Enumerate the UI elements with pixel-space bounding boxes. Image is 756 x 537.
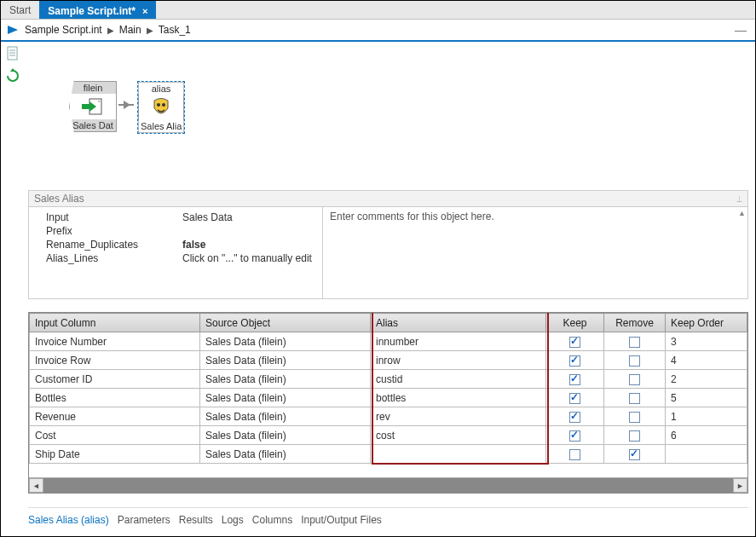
cell-input[interactable]: Cost bbox=[30, 426, 200, 445]
cell-remove[interactable] bbox=[604, 445, 666, 464]
prop-value[interactable]: false bbox=[182, 239, 314, 251]
col-header-alias[interactable]: Alias bbox=[371, 314, 546, 332]
refresh-icon[interactable] bbox=[4, 67, 21, 84]
close-icon[interactable]: × bbox=[142, 6, 147, 16]
cell-alias[interactable]: rev bbox=[371, 407, 546, 426]
cell-remove[interactable] bbox=[604, 426, 666, 445]
checkbox-keep[interactable] bbox=[569, 337, 580, 348]
table-header-row: Input Column Source Object Alias Keep Re… bbox=[30, 314, 747, 332]
cell-keep[interactable] bbox=[546, 332, 604, 351]
cell-source[interactable]: Sales Data (filein) bbox=[200, 407, 371, 426]
col-header-order[interactable]: Keep Order bbox=[666, 314, 747, 332]
col-header-input[interactable]: Input Column bbox=[30, 314, 200, 332]
prop-value[interactable] bbox=[182, 225, 314, 237]
cell-order[interactable]: 2 bbox=[666, 370, 747, 389]
table-row[interactable]: Invoice NumberSales Data (filein)innumbe… bbox=[30, 332, 747, 351]
prop-value[interactable]: Sales Data bbox=[182, 211, 314, 223]
cell-keep[interactable] bbox=[546, 370, 604, 389]
cell-order[interactable]: 1 bbox=[666, 407, 747, 426]
run-icon[interactable] bbox=[6, 23, 20, 37]
cell-source[interactable]: Sales Data (filein) bbox=[200, 332, 371, 351]
comments-box[interactable]: Enter comments for this object here. ▲ bbox=[323, 207, 747, 298]
bottom-tab-results[interactable]: Results bbox=[179, 514, 213, 526]
cell-remove[interactable] bbox=[604, 332, 666, 351]
bottom-tab-alias[interactable]: Sales Alias (alias) bbox=[28, 514, 109, 526]
cell-input[interactable]: Customer ID bbox=[30, 370, 200, 389]
cell-remove[interactable] bbox=[604, 351, 666, 370]
pin-icon[interactable]: ⟂ bbox=[736, 193, 742, 205]
horizontal-scrollbar[interactable]: ◄ ► bbox=[29, 477, 747, 493]
checkbox-keep[interactable] bbox=[569, 355, 580, 367]
cell-input[interactable]: Invoice Row bbox=[30, 351, 200, 370]
cell-order[interactable]: 3 bbox=[666, 332, 747, 351]
cell-source[interactable]: Sales Data (filein) bbox=[200, 426, 371, 445]
scroll-right-icon[interactable]: ► bbox=[733, 478, 747, 493]
cell-order[interactable]: 6 bbox=[666, 426, 747, 445]
cell-source[interactable]: Sales Data (filein) bbox=[200, 445, 371, 464]
cell-input[interactable]: Bottles bbox=[30, 389, 200, 407]
tab-start[interactable]: Start bbox=[1, 1, 39, 19]
cell-keep[interactable] bbox=[546, 351, 604, 370]
cell-keep[interactable] bbox=[546, 445, 604, 464]
cell-source[interactable]: Sales Data (filein) bbox=[200, 389, 371, 407]
cell-alias[interactable]: bottles bbox=[371, 389, 546, 407]
cell-remove[interactable] bbox=[604, 370, 666, 389]
cell-order[interactable]: 4 bbox=[666, 351, 747, 370]
table-row[interactable]: CostSales Data (filein)cost6 bbox=[30, 426, 747, 445]
bottom-tab-parameters[interactable]: Parameters bbox=[118, 514, 170, 526]
cell-alias[interactable]: cost bbox=[371, 426, 546, 445]
table-row[interactable]: BottlesSales Data (filein)bottles5 bbox=[30, 389, 747, 407]
col-header-keep[interactable]: Keep bbox=[546, 314, 604, 332]
bottom-tab-columns[interactable]: Columns bbox=[252, 514, 292, 526]
cell-order[interactable]: 5 bbox=[666, 389, 747, 407]
tab-sample-script[interactable]: Sample Script.int* × bbox=[39, 1, 156, 19]
checkbox-keep[interactable] bbox=[569, 393, 580, 404]
node-filein[interactable]: filein Sales Dat bbox=[69, 81, 117, 132]
bottom-tab-io-files[interactable]: Input/Output Files bbox=[301, 514, 382, 526]
checkbox-remove[interactable] bbox=[629, 449, 640, 460]
checkbox-keep[interactable] bbox=[569, 412, 580, 423]
cell-alias[interactable]: inrow bbox=[371, 351, 546, 370]
checkbox-remove[interactable] bbox=[629, 393, 640, 404]
breadcrumb-main[interactable]: Main bbox=[119, 24, 141, 36]
cell-alias[interactable]: custid bbox=[371, 370, 546, 389]
cell-alias[interactable] bbox=[371, 445, 546, 464]
checkbox-keep[interactable] bbox=[569, 374, 580, 385]
cell-input[interactable]: Invoice Number bbox=[30, 332, 200, 351]
breadcrumb-task[interactable]: Task_1 bbox=[159, 24, 191, 36]
table-row[interactable]: RevenueSales Data (filein)rev1 bbox=[30, 407, 747, 426]
cell-keep[interactable] bbox=[546, 407, 604, 426]
checkbox-remove[interactable] bbox=[629, 355, 640, 367]
col-header-source[interactable]: Source Object bbox=[200, 314, 371, 332]
checkbox-keep[interactable] bbox=[569, 449, 580, 460]
cell-remove[interactable] bbox=[604, 407, 666, 426]
checkbox-remove[interactable] bbox=[629, 412, 640, 423]
scroll-up-icon[interactable]: ▲ bbox=[738, 209, 746, 217]
checkbox-remove[interactable] bbox=[629, 374, 640, 385]
prop-value[interactable]: Click on "..." to manually edit the al bbox=[182, 252, 314, 264]
checkbox-remove[interactable] bbox=[629, 337, 640, 348]
workflow-canvas[interactable]: filein Sales Dat alias Sales Alia bbox=[28, 47, 748, 183]
breadcrumb-file[interactable]: Sample Script.int bbox=[25, 24, 102, 36]
node-alias[interactable]: alias Sales Alia bbox=[137, 81, 185, 134]
table-row[interactable]: Customer IDSales Data (filein)custid2 bbox=[30, 370, 747, 389]
cell-input[interactable]: Revenue bbox=[30, 407, 200, 426]
bottom-tab-logs[interactable]: Logs bbox=[222, 514, 244, 526]
cell-remove[interactable] bbox=[604, 389, 666, 407]
table-row[interactable]: Invoice RowSales Data (filein)inrow4 bbox=[30, 351, 747, 370]
cell-keep[interactable] bbox=[546, 389, 604, 407]
minimize-button[interactable]: — bbox=[731, 23, 750, 37]
table-row[interactable]: Ship DateSales Data (filein) bbox=[30, 445, 747, 464]
cell-source[interactable]: Sales Data (filein) bbox=[200, 351, 371, 370]
scrollbar-track[interactable] bbox=[43, 478, 733, 493]
cell-keep[interactable] bbox=[546, 426, 604, 445]
checkbox-keep[interactable] bbox=[569, 430, 580, 442]
document-icon[interactable] bbox=[4, 45, 21, 62]
cell-alias[interactable]: innumber bbox=[371, 332, 546, 351]
checkbox-remove[interactable] bbox=[629, 430, 640, 442]
scroll-left-icon[interactable]: ◄ bbox=[29, 478, 43, 493]
cell-input[interactable]: Ship Date bbox=[30, 445, 200, 464]
cell-order[interactable] bbox=[666, 445, 747, 464]
cell-source[interactable]: Sales Data (filein) bbox=[200, 370, 371, 389]
col-header-remove[interactable]: Remove bbox=[604, 314, 666, 332]
